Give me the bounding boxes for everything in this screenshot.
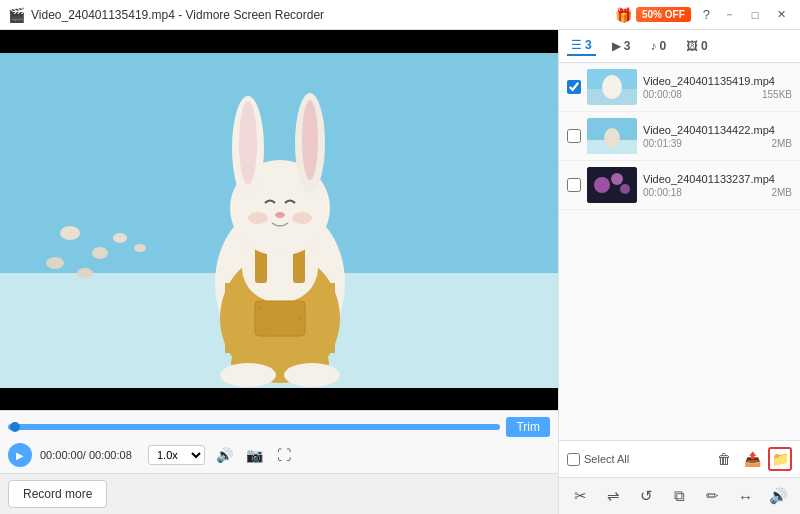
audio-count: 0 (659, 39, 666, 53)
file-size-3: 2MB (771, 187, 792, 198)
progress-row: Trim (8, 417, 550, 437)
speed-select[interactable]: 1.0x 0.5x 0.75x 1.25x 1.5x 2.0x (148, 445, 205, 465)
svg-point-37 (594, 177, 610, 193)
file-meta-3: 00:00:18 2MB (643, 187, 792, 198)
gift-icon: 🎁 (615, 7, 632, 23)
help-icon[interactable]: ? (703, 7, 710, 22)
file-meta-1: 00:00:08 155KB (643, 89, 792, 100)
svg-point-38 (611, 173, 623, 185)
cut-icon[interactable]: ✂ (567, 482, 594, 510)
svg-point-19 (275, 212, 285, 218)
file-meta-2: 00:01:39 2MB (643, 138, 792, 149)
svg-point-3 (92, 247, 108, 259)
file-thumbnail-3 (587, 167, 637, 203)
app-icon: 🎬 (8, 7, 25, 23)
tab-audio[interactable]: ♪ 0 (646, 37, 670, 55)
list-icon: ☰ (571, 38, 582, 52)
svg-point-21 (292, 212, 312, 224)
export-icon[interactable]: 📤 (740, 447, 764, 471)
edit-icon[interactable]: ✏ (699, 482, 726, 510)
controls-row: ▶ 00:00:00/ 00:00:08 1.0x 0.5x 0.75x 1.2… (8, 441, 550, 469)
list-item: Video_240401134422.mp4 00:01:39 2MB (559, 112, 800, 161)
file-name-3: Video_240401133237.mp4 (643, 173, 792, 185)
rotate-icon[interactable]: ↺ (633, 482, 660, 510)
file-info-3: Video_240401133237.mp4 00:00:18 2MB (643, 173, 792, 198)
title-bar: 🎬 Video_240401135419.mp4 - Vidmore Scree… (0, 0, 800, 30)
svg-point-18 (302, 100, 318, 180)
right-panel: ☰ 3 ▶ 3 ♪ 0 🖼 0 (558, 30, 800, 514)
timeline-area: Trim ▶ 00:00:00/ 00:00:08 1.0x 0.5x 0.75… (0, 410, 558, 473)
video-frame (0, 53, 558, 388)
copy-icon[interactable]: ⧉ (666, 482, 693, 510)
window-title: Video_240401135419.mp4 - Vidmore Screen … (31, 8, 324, 22)
left-panel: Trim ▶ 00:00:00/ 00:00:08 1.0x 0.5x 0.75… (0, 30, 558, 514)
svg-point-29 (269, 326, 272, 329)
video-count: 3 (585, 38, 592, 52)
svg-point-2 (60, 226, 80, 240)
svg-point-27 (258, 306, 262, 310)
svg-point-32 (602, 75, 622, 99)
audio-edit-icon[interactable]: 🔊 (765, 482, 792, 510)
file-checkbox-1[interactable] (567, 80, 581, 94)
record-more-button[interactable]: Record more (8, 480, 107, 508)
action-bar: Select All 🗑 📤 📁 (559, 440, 800, 477)
file-size-2: 2MB (771, 138, 792, 149)
file-duration-3: 00:00:18 (643, 187, 682, 198)
play-count: 3 (624, 39, 631, 53)
svg-point-35 (604, 128, 620, 148)
promo-badge[interactable]: 50% OFF (636, 7, 691, 22)
file-duration-1: 00:00:08 (643, 89, 682, 100)
fullscreen-icon[interactable]: ⛶ (273, 444, 295, 466)
file-thumbnail-1 (587, 69, 637, 105)
play-icon: ▶ (612, 39, 621, 53)
minimize-button[interactable]: － (718, 4, 740, 26)
select-all[interactable]: Select All (567, 453, 708, 466)
file-checkbox-2[interactable] (567, 129, 581, 143)
file-list: Video_240401135419.mp4 00:00:08 155KB (559, 63, 800, 440)
image-count: 0 (701, 39, 708, 53)
music-icon: ♪ (650, 39, 656, 53)
folder-icon[interactable]: 📁 (768, 447, 792, 471)
merge-icon[interactable]: ⇌ (600, 482, 627, 510)
svg-point-4 (46, 257, 64, 269)
edit-toolbar: ✂ ⇌ ↺ ⧉ ✏ ↔ 🔊 (559, 477, 800, 514)
file-size-1: 155KB (762, 89, 792, 100)
file-thumbnail-2 (587, 118, 637, 154)
main-layout: Trim ▶ 00:00:00/ 00:00:08 1.0x 0.5x 0.75… (0, 30, 800, 514)
svg-point-28 (298, 316, 302, 320)
delete-icon[interactable]: 🗑 (712, 447, 736, 471)
svg-point-20 (248, 212, 268, 224)
bottom-bar: Record more (0, 473, 558, 514)
list-item: Video_240401135419.mp4 00:00:08 155KB (559, 63, 800, 112)
maximize-button[interactable]: □ (744, 4, 766, 26)
select-all-checkbox[interactable] (567, 453, 580, 466)
file-name-2: Video_240401134422.mp4 (643, 124, 792, 136)
title-bar-left: 🎬 Video_240401135419.mp4 - Vidmore Scree… (8, 7, 324, 23)
svg-point-6 (77, 268, 93, 278)
camera-icon[interactable]: 📷 (243, 444, 265, 466)
flip-icon[interactable]: ↔ (732, 482, 759, 510)
tab-video[interactable]: ☰ 3 (567, 36, 596, 56)
tab-image[interactable]: 🖼 0 (682, 37, 712, 55)
list-item: Video_240401133237.mp4 00:00:18 2MB (559, 161, 800, 210)
select-all-label: Select All (584, 453, 629, 465)
svg-point-7 (134, 244, 146, 252)
tab-play[interactable]: ▶ 3 (608, 37, 635, 55)
image-icon: 🖼 (686, 39, 698, 53)
svg-point-25 (220, 363, 276, 387)
volume-icon[interactable]: 🔊 (213, 444, 235, 466)
svg-point-26 (284, 363, 340, 387)
trim-button[interactable]: Trim (506, 417, 550, 437)
tabs-row: ☰ 3 ▶ 3 ♪ 0 🖼 0 (559, 30, 800, 63)
file-duration-2: 00:01:39 (643, 138, 682, 149)
progress-track[interactable] (8, 424, 500, 430)
progress-handle[interactable] (10, 422, 20, 432)
svg-rect-22 (255, 301, 305, 336)
play-button[interactable]: ▶ (8, 443, 32, 467)
file-info-1: Video_240401135419.mp4 00:00:08 155KB (643, 75, 792, 100)
video-area (0, 30, 558, 410)
svg-point-5 (113, 233, 127, 243)
svg-point-16 (239, 101, 257, 185)
close-button[interactable]: ✕ (770, 4, 792, 26)
file-checkbox-3[interactable] (567, 178, 581, 192)
